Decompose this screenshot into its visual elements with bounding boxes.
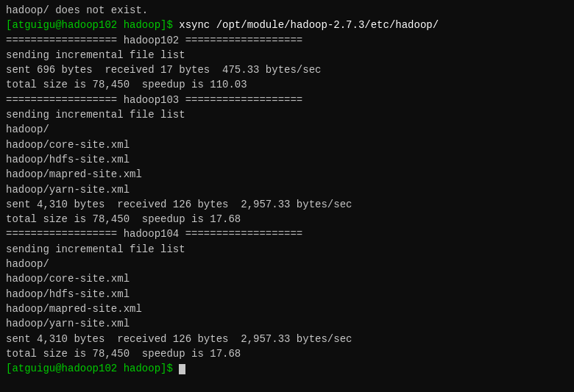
terminal-output: sent 4,310 bytes received 126 bytes 2,95… (6, 332, 568, 346)
terminal-line: [atguigu@hadoop102 hadoop]$ xsync /opt/m… (6, 18, 568, 32)
terminal-output: hadoop/ (6, 257, 568, 271)
terminal-output: hadoop/hdfs-site.xml (6, 287, 568, 302)
terminal-output: hadoop/core-site.xml (6, 138, 568, 152)
terminal-command: xsync /opt/module/hadoop-2.7.3/etc/hadoo… (179, 19, 439, 31)
terminal-window: hadoop/ does not exist.[atguigu@hadoop10… (0, 0, 574, 392)
terminal-prompt: [atguigu@hadoop102 hadoop]$ (6, 363, 179, 374)
terminal-separator: ================== hadoop102 ===========… (6, 33, 568, 48)
terminal-output: hadoop/hdfs-site.xml (6, 152, 568, 167)
terminal-output: sending incremental file list (6, 48, 568, 63)
terminal-output: total size is 78,450 speedup is 17.68 (6, 212, 568, 227)
terminal-separator: ================== hadoop104 ===========… (6, 227, 568, 241)
terminal-output: hadoop/ (6, 122, 568, 137)
terminal-output: sending incremental file list (6, 107, 568, 122)
terminal-output: hadoop/yarn-site.xml (6, 316, 568, 331)
terminal-output: sent 4,310 bytes received 126 bytes 2,95… (6, 197, 568, 212)
terminal-output: hadoop/mapred-site.xml (6, 167, 568, 182)
terminal-output: hadoop/yarn-site.xml (6, 182, 568, 197)
terminal-output: hadoop/mapred-site.xml (6, 302, 568, 316)
terminal-line: [atguigu@hadoop102 hadoop]$ (6, 361, 568, 376)
terminal-output: hadoop/ does not exist. (6, 3, 568, 18)
terminal-output: sent 696 bytes received 17 bytes 475.33 … (6, 63, 568, 77)
terminal-output: hadoop/core-site.xml (6, 271, 568, 286)
terminal-output: total size is 78,450 speedup is 17.68 (6, 346, 568, 361)
terminal-cursor (179, 364, 185, 374)
terminal-output: sending incremental file list (6, 242, 568, 257)
terminal-prompt: [atguigu@hadoop102 hadoop]$ (6, 19, 179, 31)
terminal-output: total size is 78,450 speedup is 110.03 (6, 77, 568, 92)
terminal-separator: ================== hadoop103 ===========… (6, 93, 568, 107)
